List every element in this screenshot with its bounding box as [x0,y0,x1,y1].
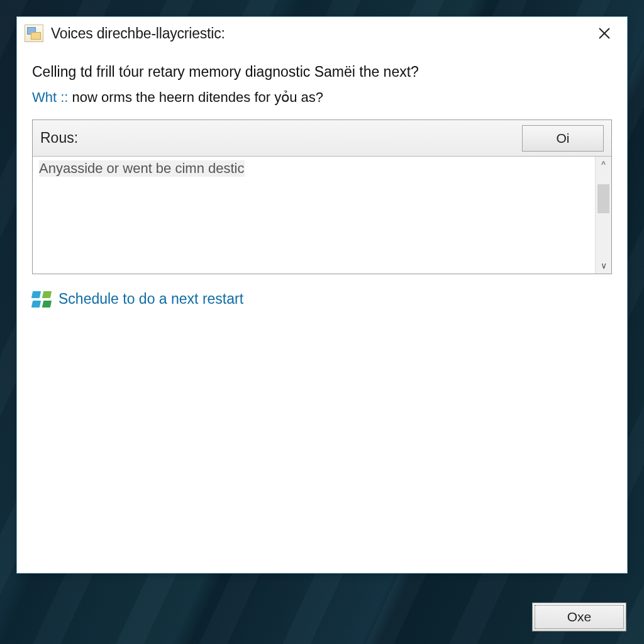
windows-flag-icon [32,291,51,308]
oxe-button[interactable]: Oxe [532,602,626,631]
list-item[interactable]: Anyasside or went be cimn destic [39,160,245,177]
dialog-title: Voices direchbe-llaycriestic: [51,25,591,42]
scroll-up-arrow-icon[interactable]: ^ [596,157,611,173]
oi-button[interactable]: Oi [522,125,604,152]
titlebar: Voices direchbe-llaycriestic: [17,17,627,50]
heading-question: Celling td frill tóur retary memory diag… [32,64,612,80]
scroll-thumb[interactable] [597,184,609,213]
panel-label: Rous: [40,130,522,147]
panel-header: Rous: Oi [33,120,611,157]
options-panel: Rous: Oi Anyasside or went be cimn desti… [32,119,612,274]
panel-body: Anyasside or went be cimn destic ^ ∨ [33,157,611,274]
dialog-body: Celling td frill tóur retary memory diag… [17,50,627,308]
close-button[interactable] [591,21,618,46]
scroll-down-arrow-icon[interactable]: ∨ [596,257,611,274]
vertical-scrollbar[interactable]: ^ ∨ [595,157,611,274]
sub-question-prefix: Wht :: [32,89,68,105]
schedule-restart-link[interactable]: Schedule to do a next restart [32,291,243,308]
memory-diagnostic-dialog: Voices direchbe-llaycriestic: Celling td… [16,16,628,574]
app-icon [25,25,43,42]
schedule-restart-label: Schedule to do a next restart [58,291,243,308]
panel-list[interactable]: Anyasside or went be cimn destic [33,157,595,274]
sub-question-rest: now orms the heern ditendes for yỏu as? [68,89,323,105]
close-icon [598,27,611,40]
scroll-track[interactable] [596,173,611,257]
sub-question: Wht :: now orms the heern ditendes for y… [32,89,612,106]
